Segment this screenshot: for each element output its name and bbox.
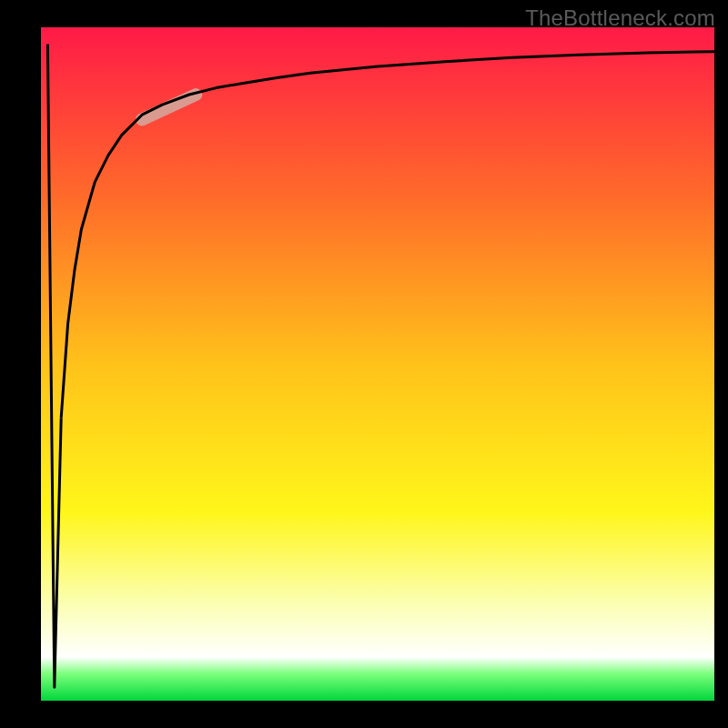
plot-area-gradient [41,27,714,701]
watermark-text: TheBottleneck.com [525,5,715,31]
chart-svg [0,0,728,728]
chart-stage: TheBottleneck.com [0,0,728,728]
